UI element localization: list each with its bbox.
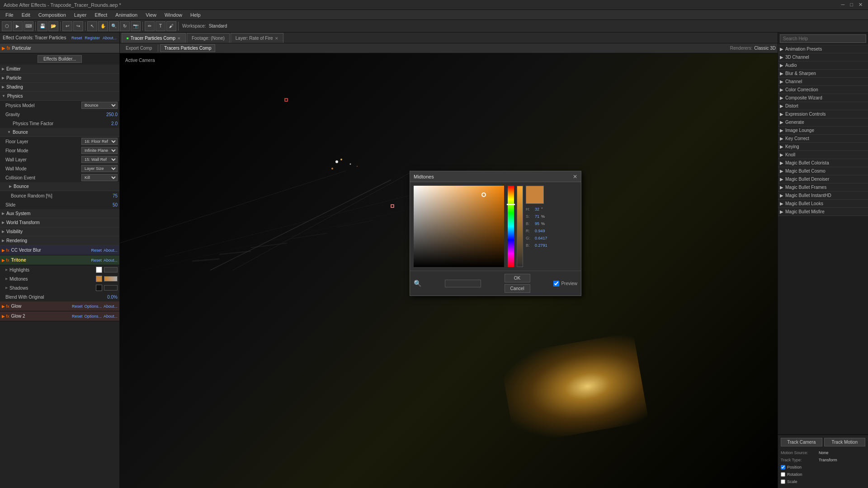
hue-val[interactable]: 32 <box>535 207 539 211</box>
wall-mode-select[interactable]: Layer Size <box>81 165 118 172</box>
menu-composition[interactable]: Composition <box>35 11 70 19</box>
category-knoll[interactable]: ▶ Knoll <box>778 151 868 159</box>
wall-layer-select[interactable]: 15: Wall Ref <box>81 156 118 163</box>
category-mb-frames[interactable]: ▶ Magic Bullet Frames <box>778 183 868 192</box>
toolbar-zoom-tool[interactable]: 🔍 <box>109 21 119 31</box>
hue-slider[interactable] <box>508 186 514 267</box>
tab-layer-close[interactable]: ✕ <box>275 36 278 41</box>
collision-select[interactable]: Kill <box>81 174 118 181</box>
bounce-random-value[interactable]: 75 <box>99 193 118 198</box>
menu-layer[interactable]: Layer <box>71 11 90 19</box>
tritone-reset[interactable]: Reset <box>91 258 102 263</box>
category-image-lounge[interactable]: ▶ Image Lounge <box>778 127 868 135</box>
category-composite-wizard[interactable]: ▶ Composite Wizard <box>778 94 868 102</box>
category-color-correction[interactable]: ▶ Color Correction <box>778 86 868 94</box>
category-key-correct[interactable]: ▶ Key Correct <box>778 135 868 143</box>
visibility-section[interactable]: ▶ Visibility <box>0 227 119 236</box>
menu-help[interactable]: Help <box>187 11 204 19</box>
slide-value[interactable]: 50 <box>99 202 118 207</box>
category-mb-looks[interactable]: ▶ Magic Bullet Looks <box>778 200 868 208</box>
menu-edit[interactable]: Edit <box>18 11 34 19</box>
rotation-checkbox[interactable] <box>781 472 785 477</box>
physics-time-value[interactable]: 2.0 <box>99 121 118 126</box>
r-val[interactable]: 0.949 <box>535 229 545 233</box>
color-dialog-close-btn[interactable]: ✕ <box>573 174 577 180</box>
cc-vector-blur-about[interactable]: About... <box>104 248 118 253</box>
bri-val[interactable]: 95 <box>535 221 539 226</box>
bounce-section[interactable]: ▼ Bounce <box>0 128 119 137</box>
floor-mode-select[interactable]: Infinite Plane <box>81 147 118 154</box>
midtones-swatch[interactable] <box>96 276 102 282</box>
world-transform-section[interactable]: ▶ World Transform <box>0 218 119 227</box>
toolbar-hand[interactable]: ✋ <box>98 21 108 31</box>
toolbar-selection[interactable]: ↖ <box>87 21 97 31</box>
menu-animation[interactable]: Animation <box>112 11 141 19</box>
b-val[interactable]: 0.2791 <box>535 243 547 248</box>
shadows-swatch[interactable] <box>96 285 102 291</box>
maximize-btn[interactable]: □ <box>848 2 855 8</box>
menu-window[interactable]: Window <box>161 11 186 19</box>
gravity-value[interactable]: 250.0 <box>99 112 118 117</box>
tab-comp[interactable]: ■ Tracer Particles Comp ✕ <box>122 33 186 43</box>
alpha-slider[interactable] <box>517 186 523 267</box>
category-keying[interactable]: ▶ Keying <box>778 143 868 151</box>
track-camera-btn[interactable]: Track Camera <box>781 438 822 446</box>
toolbar-open[interactable]: 📂 <box>48 21 58 31</box>
particle-section[interactable]: ▶ Particle <box>0 74 119 83</box>
category-mb-colorista[interactable]: ▶ Magic Bullet Colorista <box>778 159 868 167</box>
preview-check[interactable] <box>553 281 559 286</box>
tab-layer[interactable]: Layer: Rate of Fire ✕ <box>231 33 283 43</box>
color-picker-gradient[interactable] <box>414 186 504 267</box>
glow2-about[interactable]: About... <box>104 314 118 319</box>
toolbar-save[interactable]: 💾 <box>38 21 47 31</box>
sat-val[interactable]: 71 <box>535 214 539 219</box>
highlights-swatch[interactable] <box>96 267 102 273</box>
track-motion-btn[interactable]: Track Motion <box>824 438 866 446</box>
register-btn[interactable]: Register <box>85 36 100 40</box>
glow-options[interactable]: Options... <box>84 304 102 309</box>
cc-vector-blur-reset[interactable]: Reset <box>91 248 102 253</box>
position-checkbox[interactable] <box>781 465 785 469</box>
floor-layer-select[interactable]: 16: Floor Ref <box>81 138 118 145</box>
category-generate[interactable]: ▶ Generate <box>778 118 868 127</box>
effects-builder-button[interactable]: Effects Builder... <box>38 55 82 63</box>
category-expression[interactable]: ▶ Expression Controls <box>778 110 868 118</box>
category-channel[interactable]: ▶ Channel <box>778 78 868 86</box>
rendering-section[interactable]: ▶ Rendering <box>0 236 119 245</box>
glow-reset[interactable]: Reset <box>72 304 83 309</box>
glow2-options[interactable]: Options... <box>84 314 102 319</box>
toolbar-btn-2[interactable]: ▶ <box>13 21 23 31</box>
category-3d-channel[interactable]: ▶ 3D Channel <box>778 53 868 61</box>
menu-effect[interactable]: Effect <box>91 11 111 19</box>
emitter-section[interactable]: ▶ Emitter <box>0 65 119 74</box>
search-input[interactable] <box>780 34 866 43</box>
g-val[interactable]: 0.6417 <box>535 236 547 240</box>
category-mb-denoiser[interactable]: ▶ Magic Bullet Denoiser <box>778 175 868 183</box>
physics-section[interactable]: ▼ Physics <box>0 92 119 101</box>
glow2-reset[interactable]: Reset <box>72 314 83 319</box>
toolbar-camera[interactable]: 📷 <box>131 21 141 31</box>
minimize-btn[interactable]: ─ <box>840 2 847 8</box>
close-btn[interactable]: ✕ <box>857 2 864 8</box>
toolbar-redo[interactable]: ↪ <box>73 21 83 31</box>
menu-view[interactable]: View <box>142 11 160 19</box>
glow-about[interactable]: About... <box>104 304 118 309</box>
physics-model-select[interactable]: Bounce <box>81 102 118 109</box>
ok-button[interactable]: OK <box>505 274 530 282</box>
sub-tab-tracer[interactable]: Tracers Particles Comp <box>160 44 215 52</box>
cancel-button[interactable]: Cancel <box>505 284 530 293</box>
sub-tab-export[interactable]: Export Comp <box>122 44 156 52</box>
tritone-about[interactable]: About... <box>104 258 118 263</box>
category-audio[interactable]: ▶ Audio <box>778 61 868 70</box>
aux-system-section[interactable]: ▶ Aux System <box>0 209 119 218</box>
toolbar-brush[interactable]: 🖌 <box>166 21 176 31</box>
tab-comp-close[interactable]: ✕ <box>177 36 181 41</box>
category-animation-presets[interactable]: ▶ Animation Presets <box>778 45 868 53</box>
category-blur[interactable]: ▶ Blur & Sharpen <box>778 70 868 78</box>
scale-checkbox[interactable] <box>781 479 785 484</box>
about-btn[interactable]: About... <box>103 36 117 40</box>
tab-footage[interactable]: Footage: (None) <box>187 33 230 43</box>
shading-section[interactable]: ▶ Shading <box>0 83 119 92</box>
color-dialog-title[interactable]: Midtones ✕ <box>410 171 581 182</box>
toolbar-pen[interactable]: ✏ <box>145 21 155 31</box>
